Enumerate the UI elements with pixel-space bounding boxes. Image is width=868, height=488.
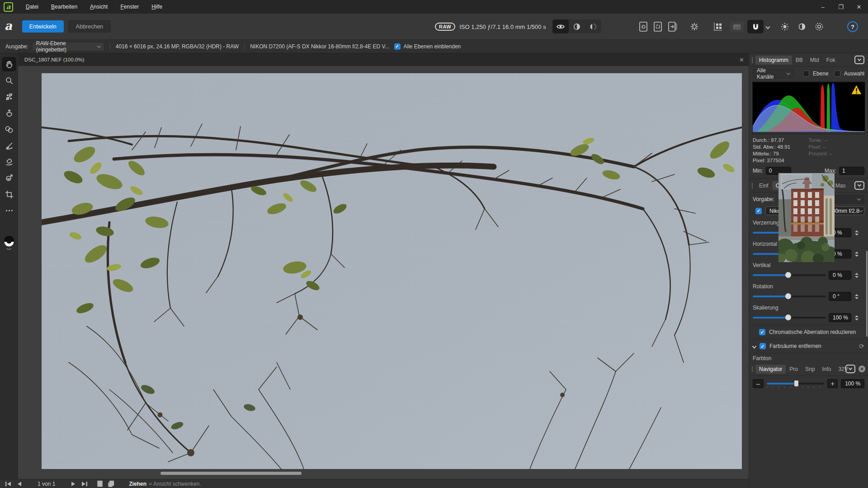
cancel-button[interactable]: Abbrechen <box>68 20 111 33</box>
first-page-button[interactable] <box>5 481 12 487</box>
overlay-toggle-button[interactable] <box>730 22 744 32</box>
stepper[interactable] <box>854 313 859 322</box>
menu-bearbeiten[interactable]: Bearbeiten <box>45 0 84 14</box>
viewport-rect[interactable] <box>781 174 811 189</box>
panel-menu-button[interactable] <box>854 181 864 190</box>
layer-checkbox[interactable] <box>803 70 809 77</box>
thumbnail-image <box>778 173 835 262</box>
overlay-paint-tool[interactable] <box>2 138 16 153</box>
panel-close-icon[interactable]: ✕ <box>859 366 865 372</box>
grid-icon[interactable] <box>713 22 723 32</box>
red-eye-removal-tool[interactable] <box>2 122 16 136</box>
show-all-layers-checkbox[interactable] <box>394 43 401 50</box>
channel-dropdown[interactable]: Alle Kanäle <box>753 69 794 78</box>
zoom-value[interactable]: 100 % <box>841 379 864 388</box>
slider-thumb[interactable] <box>794 380 798 386</box>
panel-grip[interactable] <box>752 366 753 372</box>
restore-button[interactable]: ❐ <box>832 0 850 14</box>
slider-thumb[interactable] <box>785 272 791 278</box>
navigator-thumbnail[interactable] <box>778 173 835 262</box>
menu-datei[interactable]: Datei <box>19 0 45 14</box>
zoom-out-button[interactable]: – <box>753 379 764 388</box>
selection-checkbox[interactable] <box>834 70 840 77</box>
tab-fok[interactable]: Fok <box>823 56 839 65</box>
overlay-erase-tool[interactable] <box>2 155 16 169</box>
help-button[interactable]: ? <box>847 21 858 32</box>
skalierung-slider[interactable] <box>753 317 826 319</box>
auto-colour-icon[interactable] <box>815 22 824 31</box>
tab-bb[interactable]: BB <box>792 56 807 65</box>
navigator-zoom-slider[interactable] <box>767 383 824 385</box>
vertikal-value[interactable]: 0 % <box>829 271 851 280</box>
zoom-in-button[interactable]: + <box>827 379 838 388</box>
more-tools[interactable] <box>2 203 16 218</box>
tab-snp[interactable]: Snp <box>802 365 818 374</box>
colour-swatch[interactable] <box>3 235 15 252</box>
slider-thumb[interactable] <box>785 293 791 299</box>
stepper[interactable] <box>854 228 859 237</box>
close-button[interactable]: ✕ <box>850 0 868 14</box>
photo-viewport[interactable] <box>42 73 742 469</box>
stepper[interactable] <box>854 271 859 280</box>
sync-default-icon[interactable] <box>653 21 662 32</box>
minimize-button[interactable]: – <box>814 0 832 14</box>
next-page-button[interactable] <box>70 481 76 487</box>
horizontal-scrollbar[interactable] <box>160 472 302 475</box>
stepper[interactable] <box>854 249 859 258</box>
sync-current-icon[interactable] <box>639 21 648 32</box>
snapping-magnet-button[interactable] <box>747 20 764 33</box>
spread-view-icon[interactable] <box>108 480 115 487</box>
zoom-tool[interactable] <box>2 73 16 88</box>
crop-tool[interactable] <box>2 187 16 202</box>
develop-options-gear-icon[interactable] <box>689 22 699 32</box>
output-dropdown[interactable]: RAW-Ebene (eingebettet) <box>32 42 104 51</box>
panel-menu-button[interactable] <box>854 56 864 64</box>
tab-einf[interactable]: Einf <box>755 181 772 190</box>
overlay-gradient-tool[interactable] <box>2 171 16 185</box>
defringe-checkbox[interactable] <box>760 343 766 349</box>
auto-exposure-icon[interactable] <box>780 22 789 31</box>
auto-contrast-icon[interactable] <box>797 22 807 31</box>
panel-menu-button[interactable] <box>845 365 855 373</box>
histogram-graph[interactable] <box>752 81 865 134</box>
menu-hilfe[interactable]: Hilfe <box>145 0 169 14</box>
canvas[interactable] <box>18 66 749 479</box>
tab-info[interactable]: Info <box>818 365 835 374</box>
panel-grip[interactable] <box>752 183 753 189</box>
tab-pro[interactable]: Pro <box>786 365 802 374</box>
split-view-button[interactable] <box>569 19 585 33</box>
menu-ansicht[interactable]: Ansicht <box>84 0 114 14</box>
sync-all-icon[interactable] <box>668 21 678 32</box>
single-view-button[interactable] <box>552 19 569 33</box>
develop-button[interactable]: Entwickeln <box>22 20 64 33</box>
panel-grip[interactable] <box>752 57 753 63</box>
slider-thumb[interactable] <box>785 314 791 320</box>
white-balance-tool[interactable] <box>2 106 16 120</box>
tab-navigator[interactable]: Navigator <box>755 365 786 374</box>
page-view-icon[interactable] <box>97 480 103 487</box>
chromatic-aberration-checkbox[interactable] <box>759 329 765 335</box>
tab-histogramm[interactable]: Histogramm <box>755 56 792 65</box>
skalierung-value[interactable]: 100 % <box>829 313 851 322</box>
last-page-button[interactable] <box>81 481 88 487</box>
snapping-dropdown-chevron-icon[interactable] <box>766 25 769 28</box>
tab-mtd[interactable]: Mtd <box>807 56 823 65</box>
previous-page-button[interactable] <box>16 481 23 487</box>
tab-close-icon[interactable]: ✕ <box>739 56 744 63</box>
stepper[interactable] <box>854 292 859 301</box>
rotation-slider[interactable] <box>753 296 826 297</box>
mirror-view-button[interactable] <box>585 19 601 33</box>
menu-fenster[interactable]: Fenster <box>114 0 145 14</box>
slider-ticks <box>767 386 825 388</box>
vertikal-slider[interactable] <box>753 274 826 276</box>
document-tab[interactable]: DSC_1807.NEF (100.0%) <box>18 57 90 62</box>
section-expand-icon[interactable] <box>752 344 757 348</box>
stat-value: – <box>830 151 832 156</box>
rotation-value[interactable]: 0 ° <box>829 292 851 301</box>
view-tool[interactable] <box>2 57 16 71</box>
max-input[interactable] <box>839 167 864 175</box>
reset-icon[interactable]: ⟳ <box>859 343 864 350</box>
blemish-removal-tool[interactable] <box>2 89 16 104</box>
lens-profile-checkbox[interactable] <box>755 208 762 214</box>
panel-scrollbar[interactable] <box>866 251 868 337</box>
